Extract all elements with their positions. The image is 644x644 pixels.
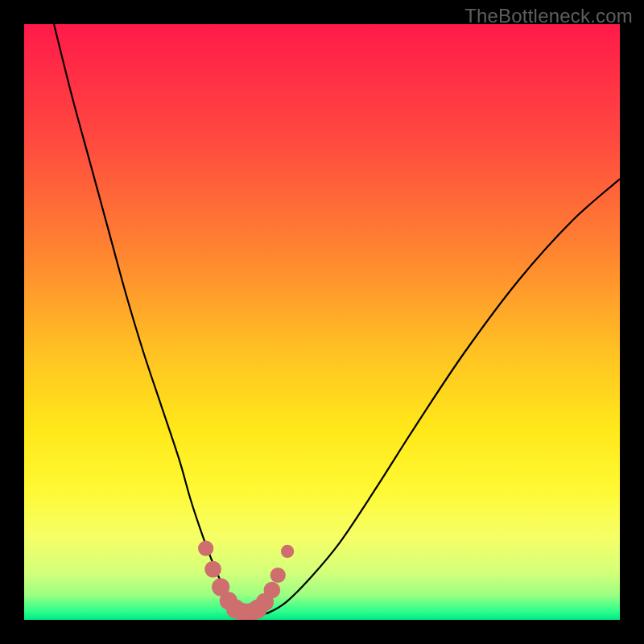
watermark-text: TheBottleneck.com	[464, 5, 633, 27]
trough-markers	[198, 541, 294, 620]
trough-marker	[204, 561, 221, 578]
curve-layer	[24, 24, 620, 620]
trough-marker	[263, 582, 280, 599]
trough-marker	[270, 568, 286, 583]
bottleneck-curve	[54, 24, 620, 615]
trough-marker	[198, 541, 213, 556]
trough-marker	[281, 545, 294, 558]
plot-area	[24, 24, 620, 620]
chart-frame: TheBottleneck.com	[0, 0, 644, 644]
